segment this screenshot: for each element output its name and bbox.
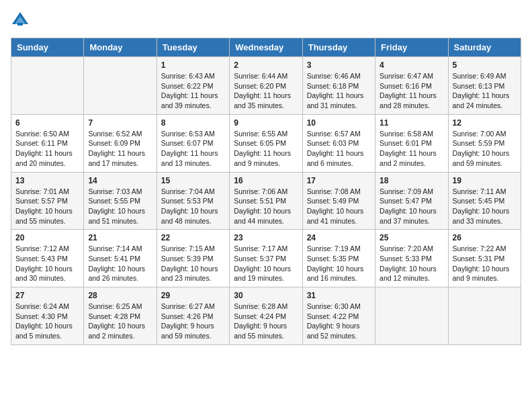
day-number: 13: [15, 176, 79, 185]
calendar-cell: [375, 287, 448, 345]
day-content: Sunrise: 6:47 AM Sunset: 6:16 PM Dayligh…: [380, 71, 443, 111]
weekday-header: Saturday: [448, 38, 521, 57]
day-content: Sunrise: 7:04 AM Sunset: 5:53 PM Dayligh…: [161, 187, 225, 226]
calendar-cell: 7Sunrise: 6:52 AM Sunset: 6:09 PM Daylig…: [84, 114, 157, 172]
calendar-cell: 28Sunrise: 6:25 AM Sunset: 4:28 PM Dayli…: [84, 287, 157, 345]
day-content: Sunrise: 7:03 AM Sunset: 5:55 PM Dayligh…: [88, 187, 152, 226]
day-number: 24: [307, 233, 371, 242]
weekday-header: Wednesday: [230, 38, 302, 57]
calendar-cell: 26Sunrise: 7:22 AM Sunset: 5:31 PM Dayli…: [448, 230, 521, 287]
calendar-cell: 9Sunrise: 6:55 AM Sunset: 6:05 PM Daylig…: [230, 114, 302, 172]
calendar-cell: 21Sunrise: 7:14 AM Sunset: 5:41 PM Dayli…: [84, 230, 157, 287]
day-content: Sunrise: 6:28 AM Sunset: 4:24 PM Dayligh…: [234, 302, 298, 341]
calendar-cell: 10Sunrise: 6:57 AM Sunset: 6:03 PM Dayli…: [302, 114, 375, 172]
day-content: Sunrise: 6:27 AM Sunset: 4:26 PM Dayligh…: [161, 302, 225, 341]
page-header: [11, 11, 521, 30]
day-content: Sunrise: 6:46 AM Sunset: 6:18 PM Dayligh…: [307, 71, 371, 111]
day-number: 22: [161, 233, 225, 242]
calendar-cell: 31Sunrise: 6:30 AM Sunset: 4:22 PM Dayli…: [302, 287, 375, 345]
day-content: Sunrise: 6:43 AM Sunset: 6:22 PM Dayligh…: [161, 71, 225, 111]
day-content: Sunrise: 6:24 AM Sunset: 4:30 PM Dayligh…: [15, 302, 79, 341]
weekday-header: Friday: [375, 38, 448, 57]
day-number: 30: [234, 291, 298, 300]
weekday-header: Sunday: [11, 38, 84, 57]
day-content: Sunrise: 6:57 AM Sunset: 6:03 PM Dayligh…: [307, 129, 371, 169]
day-content: Sunrise: 7:19 AM Sunset: 5:35 PM Dayligh…: [307, 244, 371, 283]
day-number: 7: [88, 118, 152, 128]
day-number: 28: [88, 291, 152, 300]
day-number: 26: [453, 233, 517, 242]
calendar-cell: 27Sunrise: 6:24 AM Sunset: 4:30 PM Dayli…: [11, 287, 84, 345]
day-content: Sunrise: 6:58 AM Sunset: 6:01 PM Dayligh…: [380, 129, 443, 169]
day-content: Sunrise: 6:25 AM Sunset: 4:28 PM Dayligh…: [88, 302, 152, 341]
day-number: 17: [307, 176, 371, 185]
day-content: Sunrise: 7:08 AM Sunset: 5:49 PM Dayligh…: [307, 187, 371, 226]
day-number: 12: [453, 118, 517, 128]
day-number: 4: [380, 60, 443, 70]
svg-rect-2: [17, 23, 23, 26]
day-content: Sunrise: 6:52 AM Sunset: 6:09 PM Dayligh…: [88, 129, 152, 169]
calendar-cell: 15Sunrise: 7:04 AM Sunset: 5:53 PM Dayli…: [157, 172, 229, 230]
calendar-cell: 13Sunrise: 7:01 AM Sunset: 5:57 PM Dayli…: [11, 172, 84, 230]
day-number: 16: [234, 176, 298, 185]
calendar-cell: 25Sunrise: 7:20 AM Sunset: 5:33 PM Dayli…: [375, 230, 448, 287]
day-content: Sunrise: 7:01 AM Sunset: 5:57 PM Dayligh…: [15, 187, 79, 226]
calendar-cell: 6Sunrise: 6:50 AM Sunset: 6:11 PM Daylig…: [11, 114, 84, 172]
calendar-cell: 20Sunrise: 7:12 AM Sunset: 5:43 PM Dayli…: [11, 230, 84, 287]
calendar-cell: 24Sunrise: 7:19 AM Sunset: 5:35 PM Dayli…: [302, 230, 375, 287]
calendar-cell: 19Sunrise: 7:11 AM Sunset: 5:45 PM Dayli…: [448, 172, 521, 230]
day-number: 8: [161, 118, 225, 128]
calendar-cell: 1Sunrise: 6:43 AM Sunset: 6:22 PM Daylig…: [157, 57, 229, 115]
day-number: 21: [88, 233, 152, 242]
day-content: Sunrise: 6:50 AM Sunset: 6:11 PM Dayligh…: [15, 129, 79, 169]
calendar-cell: 18Sunrise: 7:09 AM Sunset: 5:47 PM Dayli…: [375, 172, 448, 230]
day-number: 31: [307, 291, 371, 300]
day-number: 6: [15, 118, 79, 128]
calendar-cell: 2Sunrise: 6:44 AM Sunset: 6:20 PM Daylig…: [230, 57, 302, 115]
calendar-cell: 29Sunrise: 6:27 AM Sunset: 4:26 PM Dayli…: [157, 287, 229, 345]
day-number: 5: [453, 60, 517, 70]
calendar-cell: 5Sunrise: 6:49 AM Sunset: 6:13 PM Daylig…: [448, 57, 521, 115]
day-number: 15: [161, 176, 225, 185]
calendar-cell: 23Sunrise: 7:17 AM Sunset: 5:37 PM Dayli…: [230, 230, 302, 287]
calendar-cell: 8Sunrise: 6:53 AM Sunset: 6:07 PM Daylig…: [157, 114, 229, 172]
day-number: 14: [88, 176, 152, 185]
weekday-header: Tuesday: [157, 38, 229, 57]
calendar-table: SundayMondayTuesdayWednesdayThursdayFrid…: [11, 38, 521, 345]
calendar-cell: 22Sunrise: 7:15 AM Sunset: 5:39 PM Dayli…: [157, 230, 229, 287]
calendar-week-row: 27Sunrise: 6:24 AM Sunset: 4:30 PM Dayli…: [11, 287, 521, 345]
day-number: 1: [161, 60, 225, 70]
logo: [11, 11, 31, 30]
calendar-cell: 12Sunrise: 7:00 AM Sunset: 5:59 PM Dayli…: [448, 114, 521, 172]
weekday-header-row: SundayMondayTuesdayWednesdayThursdayFrid…: [11, 38, 521, 57]
day-number: 2: [234, 60, 298, 70]
day-number: 29: [161, 291, 225, 300]
day-number: 11: [380, 118, 443, 128]
calendar-cell: 3Sunrise: 6:46 AM Sunset: 6:18 PM Daylig…: [302, 57, 375, 115]
day-content: Sunrise: 7:22 AM Sunset: 5:31 PM Dayligh…: [453, 244, 517, 283]
day-number: 25: [380, 233, 443, 242]
day-content: Sunrise: 7:14 AM Sunset: 5:41 PM Dayligh…: [88, 244, 152, 283]
calendar-cell: 30Sunrise: 6:28 AM Sunset: 4:24 PM Dayli…: [230, 287, 302, 345]
day-content: Sunrise: 6:30 AM Sunset: 4:22 PM Dayligh…: [307, 302, 371, 341]
day-content: Sunrise: 7:06 AM Sunset: 5:51 PM Dayligh…: [234, 187, 298, 226]
day-content: Sunrise: 7:17 AM Sunset: 5:37 PM Dayligh…: [234, 244, 298, 283]
calendar-cell: 4Sunrise: 6:47 AM Sunset: 6:16 PM Daylig…: [375, 57, 448, 115]
calendar-cell: [84, 57, 157, 115]
day-number: 3: [307, 60, 371, 70]
day-number: 27: [15, 291, 79, 300]
day-content: Sunrise: 6:49 AM Sunset: 6:13 PM Dayligh…: [453, 71, 517, 111]
day-content: Sunrise: 7:20 AM Sunset: 5:33 PM Dayligh…: [380, 244, 443, 283]
day-number: 23: [234, 233, 298, 242]
calendar-week-row: 13Sunrise: 7:01 AM Sunset: 5:57 PM Dayli…: [11, 172, 521, 230]
calendar-cell: 11Sunrise: 6:58 AM Sunset: 6:01 PM Dayli…: [375, 114, 448, 172]
day-number: 10: [307, 118, 371, 128]
day-number: 19: [453, 176, 517, 185]
day-content: Sunrise: 7:15 AM Sunset: 5:39 PM Dayligh…: [161, 244, 225, 283]
calendar-cell: 14Sunrise: 7:03 AM Sunset: 5:55 PM Dayli…: [84, 172, 157, 230]
calendar-week-row: 6Sunrise: 6:50 AM Sunset: 6:11 PM Daylig…: [11, 114, 521, 172]
calendar-week-row: 20Sunrise: 7:12 AM Sunset: 5:43 PM Dayli…: [11, 230, 521, 287]
day-number: 9: [234, 118, 298, 128]
calendar-cell: 17Sunrise: 7:08 AM Sunset: 5:49 PM Dayli…: [302, 172, 375, 230]
calendar-cell: [11, 57, 84, 115]
